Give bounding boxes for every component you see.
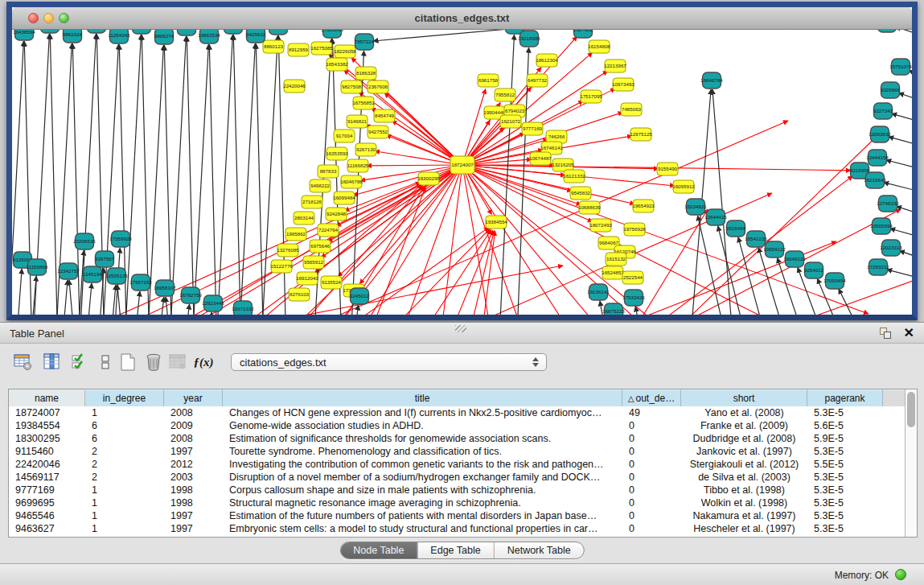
table-row[interactable]: 946554611997Estimation of the future num… [9, 509, 905, 522]
delete-table-icon[interactable] [143, 352, 164, 373]
cell-short: Wolkin et al. (1998) [681, 496, 807, 509]
column-header-title[interactable]: title [223, 389, 622, 406]
column-header-name[interactable]: name [9, 389, 85, 406]
node-table: namein_degreeyeartitle△out_de…shortpager… [8, 389, 918, 538]
graph-node-label: 887833 [320, 168, 337, 174]
table-select-dropdown[interactable]: citations_edges.txt [231, 353, 547, 371]
graph-edge [97, 183, 421, 315]
cell-name: 19384554 [9, 419, 85, 432]
select-all-rows-icon[interactable] [69, 352, 90, 373]
graph-node-label: 7857224 [355, 39, 375, 44]
graph-node-label: 2687682 [573, 30, 593, 32]
graph-node-label: 2367608 [368, 84, 388, 89]
memory-status-indicator[interactable] [895, 569, 906, 580]
graph-edge [899, 251, 912, 262]
vertical-scrollbar[interactable] [905, 389, 917, 537]
table-column-icon[interactable] [42, 352, 63, 373]
cell-pagerank: 5.5E-5 [807, 458, 883, 471]
graph-node[interactable] [41, 30, 60, 33]
graph-node-label: 11254343 [108, 32, 130, 38]
float-panel-button[interactable] [880, 328, 892, 340]
graph-node-label: 6794023 [505, 108, 525, 113]
cell-name: 18300295 [9, 432, 85, 445]
graph-node-label: 10973493 [612, 81, 634, 87]
graph-edge [887, 270, 912, 282]
split-pane-grip[interactable] [455, 325, 466, 332]
column-header-in_degree[interactable]: in_degree [85, 389, 164, 406]
graph-node-label: 9545832 [571, 190, 591, 196]
cell-pagerank: 5.3E-5 [807, 522, 883, 535]
cell-short: de Silva et al. (2003) [681, 471, 807, 484]
graph-node-label: 17517095 [580, 93, 602, 99]
graph-node-label: 18226058 [334, 48, 356, 54]
column-header-pagerank[interactable]: pagerank [807, 389, 883, 406]
tab-edge-table[interactable]: Edge Table [417, 542, 494, 558]
table-row[interactable]: 1830029562008Estimation of significance … [9, 432, 905, 445]
table-panel-header: Table Panel ✕ [0, 322, 924, 344]
graph-node-label: 9267130 [356, 146, 376, 152]
import-table-disabled-icon[interactable] [167, 352, 188, 373]
graph-node-label: 9397587 [95, 256, 115, 262]
graph-edge [884, 183, 912, 195]
graph-node-label: 2522544 [623, 274, 643, 280]
graph-edge [117, 285, 125, 315]
table-row[interactable]: 1872400712008Changes of HCN gene express… [9, 406, 905, 419]
table-row[interactable]: 911546021997Tourette syndrome. Phenomeno… [9, 445, 905, 458]
graph-node[interactable] [133, 30, 151, 34]
graph-node[interactable] [269, 30, 288, 35]
graph-node-label: 7955812 [495, 92, 515, 97]
graph-edge [896, 206, 912, 218]
graph-node-label: 7485063 [622, 106, 642, 112]
graph-node-label: 9565912 [304, 259, 324, 265]
rows-icon[interactable] [95, 352, 116, 373]
graph-node-label: 16099484 [333, 195, 355, 200]
table-row[interactable]: 2242004622012Investigating the contribut… [9, 458, 905, 471]
tab-network-table[interactable]: Network Table [495, 542, 584, 558]
graph-edge [713, 89, 733, 315]
graph-node-label: 18300295 [417, 175, 440, 181]
graph-node[interactable] [224, 30, 243, 34]
cell-out_de: 0 [622, 445, 681, 458]
scrollbar-thumb[interactable] [907, 392, 915, 427]
table-row[interactable]: 977716911998Corpus callosum shape and si… [9, 484, 905, 496]
cell-out_de: 0 [622, 509, 681, 522]
graph-node-label: 12505135 [105, 273, 128, 278]
graph-node[interactable] [178, 30, 196, 35]
graph-node[interactable] [878, 30, 897, 32]
window-titlebar[interactable]: citations_edges.txt [12, 7, 912, 30]
network-canvas[interactable]: 1872400718300295193845548860123891295916… [12, 30, 912, 315]
function-builder-icon[interactable]: ƒ(x) [193, 352, 214, 373]
graph-node-label: 1995862 [286, 231, 306, 237]
graph-node-label: 18724007 [451, 162, 474, 167]
cell-in_degree: 1 [85, 406, 164, 419]
table-row[interactable]: 1938455462009Genome-wide association stu… [9, 419, 905, 432]
graph-node-label: 19384554 [485, 219, 507, 225]
table-type-tabs: Node TableEdge TableNetwork Table [339, 542, 584, 559]
close-panel-button[interactable]: ✕ [904, 325, 914, 340]
cell-name: 14569117 [9, 471, 85, 484]
cell-out_de: 0 [622, 484, 681, 496]
cell-year: 2003 [164, 471, 223, 484]
table-row[interactable]: 1456911722003Disruption of a novel membe… [9, 471, 905, 484]
cell-in_degree: 6 [85, 432, 164, 445]
tab-node-table[interactable]: Node Table [340, 542, 417, 558]
column-header-short[interactable]: short [681, 389, 807, 406]
table-row[interactable]: 969969511998Structural magnetic resonanc… [9, 496, 905, 509]
graph-node-label: 9498222 [310, 183, 331, 188]
column-header-out_de[interactable]: △out_de… [622, 389, 681, 406]
cell-out_de: 0 [622, 458, 681, 471]
new-table-icon[interactable] [117, 352, 138, 373]
table-row[interactable]: 946362711997Embryonic stem cells: a mode… [9, 522, 905, 535]
column-header-year[interactable]: year [164, 389, 223, 406]
graph-node-label: 6497732 [528, 77, 548, 83]
graph-node-label: 8215958 [850, 167, 870, 173]
cell-out_de: 0 [622, 522, 681, 535]
table-settings-icon[interactable] [13, 352, 34, 373]
cell-title: Embryonic stem cells: a model to study s… [223, 522, 622, 535]
graph-node-label: 15234821 [684, 204, 707, 209]
graph-node[interactable] [88, 30, 106, 33]
cell-out_de: 0 [622, 496, 681, 509]
graph-edge [450, 231, 495, 315]
graph-node-label: 9515494 [726, 225, 746, 231]
graph-node-label: 9425632 [246, 31, 266, 37]
